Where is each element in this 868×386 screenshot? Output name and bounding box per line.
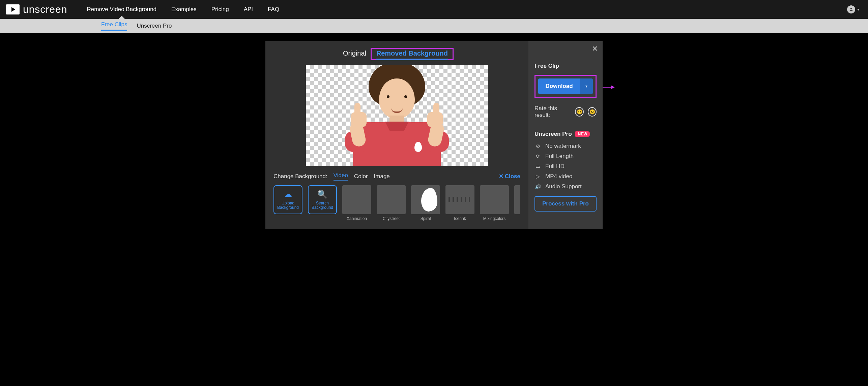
rate-result: Rate this result: 🙂 ☹️ xyxy=(534,105,597,119)
bg-thumb xyxy=(514,185,520,214)
top-nav: Remove Video Background Examples Pricing… xyxy=(87,6,847,13)
search-background-button[interactable]: 🔍 Search Background xyxy=(308,185,337,214)
bg-preset-spiral[interactable]: Spiral xyxy=(411,185,440,221)
nav-api[interactable]: API xyxy=(244,6,253,13)
bg-preset-citystreet[interactable]: Citystreet xyxy=(377,185,406,221)
feature-full-hd: ▭Full HD xyxy=(534,163,597,170)
tab-original[interactable]: Original xyxy=(343,50,366,59)
rate-sad-icon[interactable]: ☹️ xyxy=(588,107,597,117)
nav-remove-bg[interactable]: Remove Video Background xyxy=(87,6,156,13)
account-menu[interactable]: ▾ xyxy=(847,5,862,13)
subnav-free-clips[interactable]: Free Clips xyxy=(101,21,127,31)
change-bg-label: Change Background: xyxy=(273,173,327,180)
avatar-icon xyxy=(847,5,855,13)
subnav-unscreen-pro[interactable]: Unscreen Pro xyxy=(137,23,172,29)
feature-full-length: ⟳Full Length xyxy=(534,153,597,160)
bg-thumb xyxy=(445,185,474,214)
bg-preset-more[interactable] xyxy=(514,185,520,214)
topbar: unscreen Remove Video Background Example… xyxy=(0,0,868,19)
rate-happy-icon[interactable]: 🙂 xyxy=(575,107,584,117)
bg-thumb xyxy=(480,185,509,214)
new-badge: NEW xyxy=(575,131,590,137)
bg-thumb xyxy=(377,185,406,214)
rate-label: Rate this result: xyxy=(534,105,571,119)
bg-thumb xyxy=(342,185,371,214)
nav-faq[interactable]: FAQ xyxy=(268,6,279,13)
upload-icon: ☁︎ xyxy=(284,190,292,199)
subbar: Free Clips Unscreen Pro xyxy=(0,19,868,33)
editor-main: Original Removed Background xyxy=(265,41,528,229)
close-icon: ✕ xyxy=(499,173,503,180)
bg-mode-video[interactable]: Video xyxy=(334,172,348,181)
bg-thumb xyxy=(411,185,440,214)
clock-icon: ⟳ xyxy=(534,153,541,159)
subject-person-thumbs-up xyxy=(340,65,454,166)
bg-preset-xanimation[interactable]: Xanimation xyxy=(342,185,371,221)
result-tabs: Original Removed Background xyxy=(273,48,520,60)
download-dropdown[interactable]: ▾ xyxy=(580,78,593,94)
download-button[interactable]: Download ▾ xyxy=(538,78,593,94)
sidebar-close-icon[interactable]: ✕ xyxy=(592,44,598,53)
pro-heading: Unscreen Pro NEW xyxy=(534,131,597,137)
feature-mp4: ▷MP4 video xyxy=(534,173,597,180)
change-bg-bar: Change Background: Video Color Image ✕Cl… xyxy=(273,172,520,181)
sidebar: ✕ Free Clip Download ▾ Rate this result:… xyxy=(528,41,603,229)
editor-stage: Original Removed Background xyxy=(265,41,603,229)
search-icon: 🔍 xyxy=(317,190,327,199)
download-label: Download xyxy=(538,78,580,94)
bg-preset-icerink[interactable]: Icerink xyxy=(445,185,474,221)
nav-examples[interactable]: Examples xyxy=(171,6,197,13)
annotation-highlight-tab: Removed Background xyxy=(371,48,454,60)
feature-audio: 🔊Audio Support xyxy=(534,183,597,190)
bg-preset-mixingcolors[interactable]: Mixingcolors xyxy=(480,185,509,221)
speaker-icon: 🔊 xyxy=(534,184,541,190)
chevron-down-icon: ▾ xyxy=(857,7,859,12)
feature-no-watermark: ⊘No watermark xyxy=(534,143,597,150)
bg-mode-image[interactable]: Image xyxy=(374,173,390,180)
tab-removed-bg[interactable]: Removed Background xyxy=(376,50,448,60)
process-with-pro-button[interactable]: Process with Pro xyxy=(534,196,597,212)
logo-text: unscreen xyxy=(23,4,67,15)
sidebar-title: Free Clip xyxy=(534,63,597,69)
monitor-icon: ▭ xyxy=(534,163,541,169)
bg-panel-close[interactable]: ✕Close xyxy=(499,173,520,180)
logo-icon xyxy=(6,4,20,14)
svg-point-0 xyxy=(850,8,852,9)
bg-thumbnails: ☁︎ Upload Background 🔍 Search Background… xyxy=(273,185,520,221)
annotation-highlight-download: Download ▾ xyxy=(534,75,597,98)
video-preview[interactable] xyxy=(306,65,488,166)
play-icon: ▷ xyxy=(534,173,541,180)
bg-mode-color[interactable]: Color xyxy=(354,173,368,180)
nav-pricing[interactable]: Pricing xyxy=(211,6,229,13)
upload-background-button[interactable]: ☁︎ Upload Background xyxy=(273,185,302,214)
logo[interactable]: unscreen xyxy=(6,4,67,15)
no-watermark-icon: ⊘ xyxy=(534,143,541,149)
